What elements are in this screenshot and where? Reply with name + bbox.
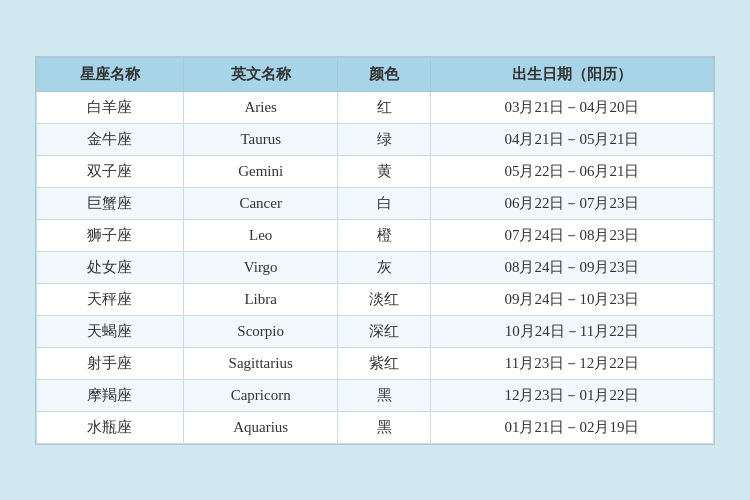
table-row: 巨蟹座Cancer白06月22日－07月23日 (37, 187, 714, 219)
table-row: 摩羯座Capricorn黑12月23日－01月22日 (37, 379, 714, 411)
cell-color: 紫红 (338, 347, 431, 379)
table-row: 天蝎座Scorpio深红10月24日－11月22日 (37, 315, 714, 347)
cell-english-name: Leo (183, 219, 338, 251)
header-birth-date: 出生日期（阳历） (430, 57, 713, 91)
cell-birth-dates: 08月24日－09月23日 (430, 251, 713, 283)
cell-chinese-name: 摩羯座 (37, 379, 184, 411)
cell-chinese-name: 白羊座 (37, 91, 184, 123)
cell-english-name: Aquarius (183, 411, 338, 443)
cell-chinese-name: 射手座 (37, 347, 184, 379)
cell-birth-dates: 05月22日－06月21日 (430, 155, 713, 187)
cell-color: 红 (338, 91, 431, 123)
cell-birth-dates: 04月21日－05月21日 (430, 123, 713, 155)
table-row: 金牛座Taurus绿04月21日－05月21日 (37, 123, 714, 155)
header-english-name: 英文名称 (183, 57, 338, 91)
cell-birth-dates: 10月24日－11月22日 (430, 315, 713, 347)
table-header-row: 星座名称 英文名称 颜色 出生日期（阳历） (37, 57, 714, 91)
table-row: 天秤座Libra淡红09月24日－10月23日 (37, 283, 714, 315)
cell-color: 黑 (338, 411, 431, 443)
cell-birth-dates: 09月24日－10月23日 (430, 283, 713, 315)
cell-chinese-name: 天蝎座 (37, 315, 184, 347)
zodiac-table-container: 星座名称 英文名称 颜色 出生日期（阳历） 白羊座Aries红03月21日－04… (35, 56, 715, 445)
table-row: 处女座Virgo灰08月24日－09月23日 (37, 251, 714, 283)
table-row: 白羊座Aries红03月21日－04月20日 (37, 91, 714, 123)
table-row: 射手座Sagittarius紫红11月23日－12月22日 (37, 347, 714, 379)
cell-chinese-name: 双子座 (37, 155, 184, 187)
header-chinese-name: 星座名称 (37, 57, 184, 91)
cell-english-name: Libra (183, 283, 338, 315)
cell-birth-dates: 01月21日－02月19日 (430, 411, 713, 443)
cell-chinese-name: 狮子座 (37, 219, 184, 251)
header-color: 颜色 (338, 57, 431, 91)
cell-english-name: Gemini (183, 155, 338, 187)
cell-color: 黑 (338, 379, 431, 411)
cell-chinese-name: 天秤座 (37, 283, 184, 315)
table-row: 水瓶座Aquarius黑01月21日－02月19日 (37, 411, 714, 443)
cell-birth-dates: 11月23日－12月22日 (430, 347, 713, 379)
cell-birth-dates: 06月22日－07月23日 (430, 187, 713, 219)
table-row: 狮子座Leo橙07月24日－08月23日 (37, 219, 714, 251)
cell-birth-dates: 07月24日－08月23日 (430, 219, 713, 251)
cell-color: 白 (338, 187, 431, 219)
cell-birth-dates: 12月23日－01月22日 (430, 379, 713, 411)
cell-english-name: Sagittarius (183, 347, 338, 379)
cell-color: 橙 (338, 219, 431, 251)
cell-color: 绿 (338, 123, 431, 155)
cell-birth-dates: 03月21日－04月20日 (430, 91, 713, 123)
cell-english-name: Cancer (183, 187, 338, 219)
cell-color: 灰 (338, 251, 431, 283)
table-row: 双子座Gemini黄05月22日－06月21日 (37, 155, 714, 187)
cell-chinese-name: 处女座 (37, 251, 184, 283)
cell-chinese-name: 巨蟹座 (37, 187, 184, 219)
cell-chinese-name: 水瓶座 (37, 411, 184, 443)
cell-english-name: Virgo (183, 251, 338, 283)
zodiac-table: 星座名称 英文名称 颜色 出生日期（阳历） 白羊座Aries红03月21日－04… (36, 57, 714, 444)
table-body: 白羊座Aries红03月21日－04月20日金牛座Taurus绿04月21日－0… (37, 91, 714, 443)
cell-english-name: Taurus (183, 123, 338, 155)
cell-english-name: Capricorn (183, 379, 338, 411)
cell-english-name: Aries (183, 91, 338, 123)
cell-color: 深红 (338, 315, 431, 347)
cell-color: 黄 (338, 155, 431, 187)
cell-english-name: Scorpio (183, 315, 338, 347)
cell-color: 淡红 (338, 283, 431, 315)
cell-chinese-name: 金牛座 (37, 123, 184, 155)
